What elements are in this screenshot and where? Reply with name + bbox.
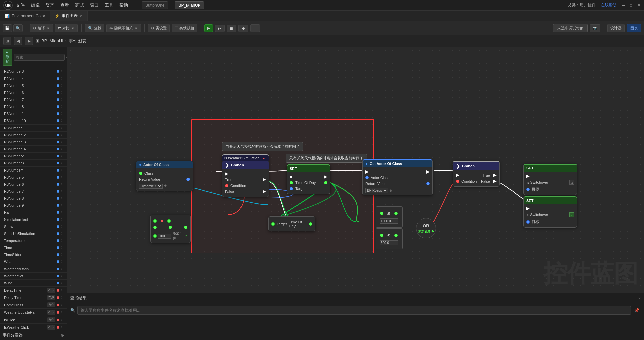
add-pin-icon[interactable]: ⊕ [184,234,187,238]
record-btn[interactable]: ⏺ [238,25,248,32]
tab-event-close[interactable]: ✕ [80,14,83,18]
sidebar-item-11[interactable]: R3Number14〉 [0,146,67,153]
designer-btn[interactable]: 设计器 [607,24,625,32]
sidebar-item-28[interactable]: WeatherButton〉 [0,265,67,273]
menu-file[interactable]: 文件 [16,2,25,8]
window-maximize[interactable]: □ [630,3,632,8]
sidebar-item-15[interactable]: R3Number5〉 [0,174,67,181]
sidebar-item-13[interactable]: R3Number3〉 [0,160,67,167]
actor-class-icons-left[interactable]: ⊕ [164,184,167,189]
window-close[interactable]: ✕ [637,3,641,8]
breadcrumb-forward-btn[interactable]: ▶ [25,37,33,45]
sidebar-item-29[interactable]: WeatherSet〉 [0,273,67,280]
browse-btn[interactable]: 🔍 [13,24,23,32]
sidebar-item-23[interactable]: Start-UpSimulation〉 [0,230,67,237]
sw-checkbox-unchecked[interactable]: □ [569,180,574,185]
tab-button-one[interactable]: ButtonOne [142,1,168,9]
add-variable-btn[interactable]: + 添加 [3,49,12,66]
event-dispatcher-section[interactable]: 事件分发器 ⊕ [0,330,67,340]
sidebar-item-33[interactable]: HomePress布尔〉 [0,301,67,309]
get-actor-of-class-node[interactable]: ● Get Actor Of Class Actor Class Return … [362,159,433,195]
sidebar-item-32[interactable]: Delay Time布尔〉 [0,294,67,301]
online-help-btn[interactable]: 在线帮助 [601,2,617,8]
sidebar-item-36[interactable]: IsWeatherClick布尔〉 [0,324,67,330]
gte-node[interactable]: ≥ [376,206,403,228]
sidebar-item-12[interactable]: R3Number2〉 [0,153,67,160]
sw2-checkbox-checked[interactable]: ✓ [569,212,574,217]
sidebar-item-18[interactable]: R3Number8〉 [0,195,67,202]
set-switchover-true-node[interactable]: SET Is Switchover □ 目标 [523,164,577,195]
sidebar-item-31[interactable]: DelayTime布尔〉 [0,287,67,294]
menu-tools[interactable]: 工具 [105,2,113,8]
lte-value-input[interactable] [380,240,398,245]
sidebar-item-4[interactable]: R2Number7〉 [0,96,67,103]
find-btn[interactable]: 🔍 查找 [85,24,104,32]
sidebar-item-17[interactable]: R3Number7〉 [0,188,67,195]
menu-asset[interactable]: 资产 [46,2,54,8]
branch-2-node[interactable]: ❯ Branch True Condition False [453,161,500,187]
sidebar-item-7[interactable]: R3Number10〉 [0,117,67,125]
sidebar-item-5[interactable]: R2Number8〉 [0,103,67,110]
debug-target-btn[interactable]: 未选中调试对象 [553,24,588,32]
weather-simulation-branch-node[interactable]: Is Weather Simulation ● ❯ Branch True Co… [222,154,269,197]
menu-debug[interactable]: 调试 [75,2,84,8]
sidebar-item-8[interactable]: R3Number11〉 [0,125,67,132]
add-pin-label[interactable]: 添加引脚 [173,231,183,241]
sidebar-item-3[interactable]: R2Number6〉 [0,89,67,96]
actor-option-icons[interactable]: ⊕ [389,189,392,192]
compare-btn[interactable]: ⇄ 对比 ▼ [55,24,78,32]
menu-window[interactable]: 窗口 [90,2,99,8]
breadcrumb-root[interactable]: BP_MianUI [41,38,63,43]
target-tod-node[interactable]: Target Time Of Day [268,216,315,231]
set-switchover-false-node[interactable]: SET Is Switchover ✓ 目标 [523,196,577,228]
window-minimize[interactable]: ─ [622,3,625,8]
gte-value-input[interactable] [380,218,398,224]
sidebar-item-6[interactable]: R3Number1〉 [0,110,67,117]
sidebar-search-input[interactable] [14,54,65,61]
lte-node[interactable]: < [376,228,403,249]
play-btn[interactable]: ▶ [204,24,213,32]
set-time-of-day-node[interactable]: SET Time Of Day Target [287,164,330,194]
or-add-pin[interactable]: 添加引脚 ⊕ [418,229,434,234]
tab-environment-color[interactable]: 📊 Environment Color [0,11,50,21]
sidebar-item-10[interactable]: R3Number13〉 [0,139,67,146]
more-btn[interactable]: ⋮ [250,24,260,32]
value-input[interactable] [158,234,171,239]
breadcrumb-back-btn[interactable]: ◀ [14,37,22,45]
menu-edit[interactable]: 编辑 [31,2,40,8]
sidebar-item-34[interactable]: WeatherUpdatePar布尔〉 [0,309,67,316]
search-panel-close-btn[interactable]: × [638,296,641,301]
or-node[interactable]: OR 添加引脚 ⊕ [416,218,436,238]
graph-btn[interactable]: 图表 [627,24,641,32]
sidebar-item-24[interactable]: Temperature〉 [0,237,67,244]
actor-of-class-node-left[interactable]: ● Actor Of Class Class Return Value Dyna… [136,161,193,191]
step-btn[interactable]: ⏭ [215,25,225,32]
sidebar-item-2[interactable]: R2Number5〉 [0,82,67,89]
search-func-input[interactable] [77,306,631,315]
sidebar-item-19[interactable]: R3Number9〉 [0,202,67,209]
sidebar-item-0[interactable]: R2Number3〉 [0,68,67,75]
class-defaults-btn[interactable]: ☰ 类默认值 [172,24,197,32]
sidebar-item-16[interactable]: R3Number6〉 [0,181,67,188]
active-file-tab[interactable]: BP_MianUI• [175,1,204,9]
actor-class-select[interactable]: BP Roads [365,188,388,193]
sidebar-item-14[interactable]: R3Number4〉 [0,167,67,174]
sidebar-item-22[interactable]: Snow〉 [0,223,67,230]
tab-event-graph[interactable]: ⚡ 事件图表 ✕ [50,11,88,21]
sidebar-item-30[interactable]: Wind〉 [0,280,67,287]
sidebar-item-35[interactable]: IsClick布尔〉 [0,316,67,324]
class-settings-btn[interactable]: ⚙ 类设置 [148,24,170,32]
debug-options-btn[interactable]: 📷 [590,24,600,32]
canvas-area[interactable]: 当开启天气模拟的时候就不会获取当前时间了 只有关闭天气模拟的时候才会获取当前时间… [67,47,644,340]
sidebar-item-9[interactable]: R3Number12〉 [0,132,67,139]
sidebar-item-25[interactable]: Time〉 [0,244,67,251]
menu-help[interactable]: 帮助 [119,2,128,8]
sidebar-item-1[interactable]: R2Number4〉 [0,75,67,82]
hide-btn[interactable]: 👁 隐藏不相关 ▼ [106,24,141,32]
back-btn[interactable]: ⊞ [3,37,11,45]
sidebar-item-26[interactable]: TimeSlider〉 [0,251,67,258]
small-x-node[interactable]: ✕ 添加引脚 ⊕ [150,215,191,243]
sidebar-item-21[interactable]: SimulationText〉 [0,216,67,223]
save-btn[interactable]: 💾 [3,24,12,32]
sidebar-item-20[interactable]: Rain〉 [0,209,67,216]
